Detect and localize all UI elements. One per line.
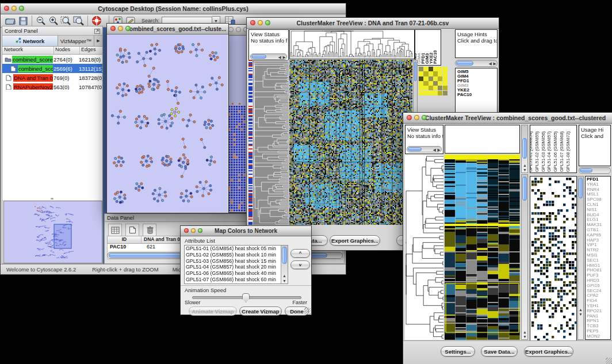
matrix-cell <box>423 71 428 76</box>
matrix-cell <box>438 86 442 90</box>
network-file-icon <box>6 75 13 81</box>
tv2-gene-list: PFD1YRA1RNR4MSL1SPC98CLN1NIS1BUD4ELG1MAK… <box>585 176 611 340</box>
tv2-title: ClusterMaker TreeView : combined_scores_… <box>425 114 606 121</box>
export-graphics-button[interactable]: Export Graphics... <box>330 235 380 246</box>
window-controls <box>4 6 24 11</box>
tv2-usage-scrollbar[interactable] <box>579 167 611 174</box>
tv1-global-matrix[interactable] <box>419 67 447 95</box>
net1-title: combined_scores_good.txt--cluste... <box>127 26 227 32</box>
animation-speed-slider[interactable] <box>192 296 301 299</box>
resize-grip[interactable] <box>304 308 311 314</box>
tv1-status-scrollbar[interactable]: ◀▶ <box>250 53 287 60</box>
tv2-column-label: GPL51-06 (GSM865) <box>553 131 558 172</box>
matrix-cell <box>419 91 423 95</box>
slider-thumb[interactable] <box>242 293 250 302</box>
export-graphics-button[interactable]: Export Graphics... <box>524 346 573 357</box>
tv1-row-dendrogram[interactable] <box>253 60 289 225</box>
new-attribute-icon[interactable] <box>125 224 139 236</box>
minimize-button[interactable] <box>236 27 241 32</box>
help-lifesaver-icon[interactable] <box>90 15 103 26</box>
attribute-list-scrollbar[interactable]: ▲▼ <box>281 246 288 283</box>
tv1-usage-scrollbar[interactable]: ◀▶ <box>455 60 498 67</box>
tv2-heatmap[interactable] <box>445 155 520 340</box>
close-button[interactable] <box>184 228 189 233</box>
gene-label[interactable]: MON2 <box>587 334 610 339</box>
col-header-nodes[interactable]: Nodes <box>53 47 79 54</box>
col-header-network[interactable]: Network <box>2 47 53 54</box>
matrix-cell <box>433 76 438 81</box>
move-up-button[interactable]: ^ <box>290 249 310 258</box>
minimize-button[interactable] <box>414 115 419 120</box>
tv2-usage-text: Click and <box>579 133 610 139</box>
animate-vizmap-button[interactable]: Animate Vizmap <box>189 306 237 316</box>
minimize-button[interactable] <box>258 20 263 25</box>
resize-handle-dot[interactable] <box>51 198 53 200</box>
tv2-column-dendrogram-area[interactable] <box>445 125 520 154</box>
delete-attribute-icon[interactable] <box>143 224 156 236</box>
network-overview-canvas[interactable] <box>4 201 101 262</box>
attribute-list-item[interactable]: GPL51-02 (GSM855) heat shock 10 min <box>186 252 288 258</box>
tab-overflow-arrow[interactable]: ▶ <box>94 36 102 46</box>
zoom-in-icon[interactable] <box>47 15 60 26</box>
zoom-button[interactable] <box>125 26 131 31</box>
network-tree-row[interactable]: DNA and Tran 07769(0)183728(0) <box>2 73 102 82</box>
matrix-cell <box>423 67 428 71</box>
zoom-button[interactable] <box>265 20 270 25</box>
settings-button[interactable]: Settings... <box>441 346 475 357</box>
zoom-button[interactable] <box>422 115 427 120</box>
attribute-list-item[interactable]: GPL51-04 (GSM857) heat shock 20 min <box>186 264 288 270</box>
float-panel-icon[interactable] <box>94 26 100 36</box>
tv1-column-dendrogram[interactable] <box>289 29 415 59</box>
zoom-out-icon[interactable] <box>35 15 47 26</box>
zoom-selected-icon[interactable] <box>72 15 85 26</box>
tv2-row-dendrogram[interactable] <box>405 155 443 340</box>
tv2-column-label: GPL51-03 (GSM856) <box>541 131 546 172</box>
tv1-column-label: PAC10 <box>433 50 438 64</box>
attribute-list-item[interactable]: GPL51-06 (GSM865) heat shock 40 min <box>186 270 288 277</box>
control-panel: Control Panel Network VizMapper™ ▶ Netwo… <box>2 26 103 264</box>
minimize-button[interactable] <box>191 228 196 233</box>
minimize-button[interactable] <box>118 26 123 31</box>
tv2-column-label: GPL51-07 (GSM868) <box>559 131 564 172</box>
zoom-button[interactable] <box>198 228 202 233</box>
network-canvas-1[interactable] <box>107 35 227 212</box>
network-name-cell[interactable]: DNA and Tran 07 <box>13 74 53 82</box>
matrix-cell <box>443 91 447 95</box>
tv2-genelist-scrollbar[interactable]: ▲▼ <box>577 176 584 340</box>
tv1-selection-strip[interactable] <box>248 60 253 225</box>
close-button[interactable] <box>250 20 255 25</box>
close-button[interactable] <box>407 115 412 120</box>
matrix-cell <box>419 86 423 90</box>
resize-grip[interactable] <box>606 358 612 364</box>
close-button[interactable] <box>110 26 116 31</box>
zoom-fit-icon[interactable] <box>60 15 72 26</box>
save-session-icon[interactable] <box>17 15 29 26</box>
network-name-cell[interactable]: combined_scores <box>12 56 53 63</box>
network-tree-row[interactable]: combined_sco2569(6)13112(15) <box>2 64 102 73</box>
tv2-secondary-heatmap[interactable] <box>530 176 577 341</box>
attribute-list-item[interactable]: GPL51-07 (GSM868) heat shock 60 min <box>186 277 288 283</box>
data-col-id[interactable]: ID <box>108 236 141 243</box>
attribute-list-item[interactable]: GPL51-03 (GSM856) heat shock 15 min <box>186 258 288 265</box>
tab-network[interactable]: Network <box>2 36 58 46</box>
network-tree-row[interactable]: combined_scores2764(0)16218(0) <box>2 55 102 64</box>
matrix-cell <box>443 71 447 76</box>
close-button[interactable] <box>4 6 9 11</box>
tab-vizmapper[interactable]: VizMapper™ <box>58 36 94 46</box>
attribute-select-icon[interactable] <box>108 224 122 236</box>
save-data-button[interactable]: Save Data... <box>481 346 518 357</box>
zoom-button[interactable] <box>19 6 24 11</box>
tv1-heatmap[interactable] <box>289 60 412 225</box>
tv2-status-scrollbar[interactable]: ◀▶ <box>407 146 442 152</box>
open-session-icon[interactable] <box>4 15 17 26</box>
col-header-edges[interactable]: Edges <box>79 47 102 54</box>
tv2-header-vscrollbar[interactable]: ▲▼ <box>521 125 528 173</box>
close-button[interactable] <box>228 27 234 32</box>
network-name-cell[interactable]: combined_sco <box>18 65 53 72</box>
minimize-button[interactable] <box>12 6 17 11</box>
create-vizmap-button[interactable]: Create Vizmap <box>239 306 282 316</box>
move-down-button[interactable]: v <box>290 260 310 269</box>
tv2-heatmap-vscrollbar[interactable]: ▲▼ <box>521 174 528 340</box>
attribute-list-item[interactable]: GPL51-01 (GSM854) heat shock 05 min <box>186 246 288 252</box>
network-overview-panel[interactable] <box>3 201 102 263</box>
